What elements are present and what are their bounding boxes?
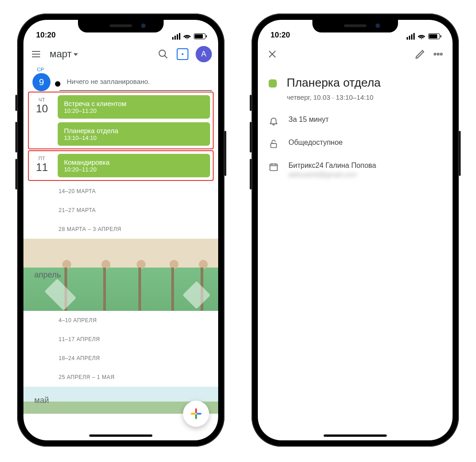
account-avatar[interactable]: А (196, 46, 212, 62)
day-block: ЧТ 10 Встреча с клиентом 10:20–11:20 Пла… (28, 92, 214, 149)
today-date-circle[interactable]: 9 (32, 73, 50, 91)
search-icon[interactable] (157, 48, 169, 60)
today-row[interactable]: СР 9 Ничего не запланировано. (23, 67, 218, 95)
svg-point-3 (159, 50, 165, 56)
visibility-row[interactable]: Общедоступное (258, 132, 453, 155)
event-card[interactable]: Командировка 10:20–11:20 (58, 154, 210, 177)
screen-left: 10:20 март А (23, 20, 218, 440)
lock-open-icon (269, 139, 279, 149)
day-head[interactable]: ЧТ 10 (32, 95, 52, 146)
phone-frame-right: 10:20 Планерка отдела че (252, 14, 459, 447)
event-title: Встреча с клиентом (64, 100, 204, 107)
reminder-row[interactable]: За 15 минут (258, 109, 453, 132)
svg-point-8 (437, 53, 439, 55)
event-title: Командировка (64, 158, 204, 166)
calendar-row[interactable]: Битрикс24 Галина Попова aleksash9@gmail.… (258, 155, 453, 185)
event-time: 10:20–11:20 (64, 107, 204, 114)
cellular-icon (172, 33, 180, 40)
day-head[interactable]: ПТ 11 (32, 154, 52, 177)
svg-line-4 (165, 55, 167, 58)
today-dow: СР (37, 67, 44, 72)
home-indicator[interactable] (89, 434, 152, 437)
avatar-initial: А (201, 50, 206, 59)
status-time: 10:20 (270, 31, 290, 40)
event-color-chip (269, 79, 277, 88)
more-icon[interactable] (432, 48, 444, 60)
status-icons (407, 33, 440, 40)
svg-rect-11 (270, 164, 278, 171)
status-icons (172, 33, 206, 40)
cellular-icon (407, 33, 415, 40)
event-time: 13:10–14:10 (64, 134, 204, 141)
wifi-icon (183, 33, 191, 40)
month-banner-label: май (34, 396, 49, 405)
edit-icon[interactable] (414, 48, 426, 60)
battery-icon (194, 33, 206, 39)
event-title: Планерка отдела (64, 127, 204, 134)
today-button[interactable] (177, 48, 188, 60)
week-header[interactable]: 25 АПРЕЛЯ – 1 МАЯ (23, 368, 218, 387)
month-banner-april: апрель (23, 239, 218, 311)
close-icon[interactable] (266, 48, 279, 60)
chevron-down-icon (73, 53, 78, 56)
day-dow: ПТ (32, 156, 52, 161)
visibility-text: Общедоступное (288, 139, 343, 147)
now-indicator-dot (55, 81, 60, 87)
day-num: 10 (32, 102, 52, 115)
event-detail-body: Планерка отдела четверг, 10.03 · 13:10–1… (258, 67, 453, 188)
svg-point-7 (434, 53, 436, 55)
day-dow: ЧТ (32, 97, 52, 102)
day-block: ПТ 11 Командировка 10:20–11:20 (28, 150, 214, 181)
month-label-text: март (50, 48, 72, 60)
event-card[interactable]: Планерка отдела 13:10–14:10 (58, 122, 210, 146)
week-header[interactable]: 14–20 МАРТА (23, 182, 218, 201)
calendar-icon (269, 162, 279, 172)
bell-icon (269, 116, 279, 126)
screen-right: 10:20 Планерка отдела че (258, 20, 453, 440)
month-selector[interactable]: март (50, 48, 78, 60)
battery-icon (428, 33, 440, 39)
phone-frame-left: 10:20 март А (17, 14, 224, 447)
day-num: 11 (32, 161, 52, 174)
week-header[interactable]: 28 МАРТА – 3 АПРЕЛЯ (23, 220, 218, 239)
status-time: 10:20 (36, 31, 55, 40)
event-datetime: четверг, 10.03 · 13:10–14:10 (258, 92, 453, 109)
today-empty-text: Ничего не запланировано. (67, 78, 213, 85)
home-indicator[interactable] (324, 434, 387, 437)
week-header[interactable]: 21–27 МАРТА (23, 201, 218, 220)
plus-icon (191, 408, 201, 419)
week-header[interactable]: 18–24 АПРЕЛЯ (23, 349, 218, 368)
reminder-text: За 15 минут (288, 116, 329, 124)
create-event-fab[interactable] (183, 401, 209, 427)
event-card[interactable]: Встреча с клиентом 10:20–11:20 (58, 95, 210, 119)
calendar-email: aleksash9@gmail.com (288, 171, 376, 178)
event-detail-header (258, 42, 453, 67)
agenda-list[interactable]: СР 9 Ничего не запланировано. ЧТ 10 Встр… (23, 67, 218, 440)
wifi-icon (417, 33, 426, 40)
event-time: 10:20–11:20 (64, 166, 204, 173)
svg-rect-10 (271, 143, 277, 148)
month-banner-label: апрель (34, 270, 61, 280)
event-title: Планерка отдела (287, 76, 381, 90)
week-header[interactable]: 11–17 АПРЕЛЯ (23, 330, 218, 349)
calendar-name: Битрикс24 Галина Попова (288, 162, 376, 170)
svg-point-9 (440, 53, 442, 55)
week-header[interactable]: 4–10 АПРЕЛЯ (23, 311, 218, 330)
menu-icon[interactable] (30, 48, 42, 60)
app-header: март А (23, 42, 218, 67)
